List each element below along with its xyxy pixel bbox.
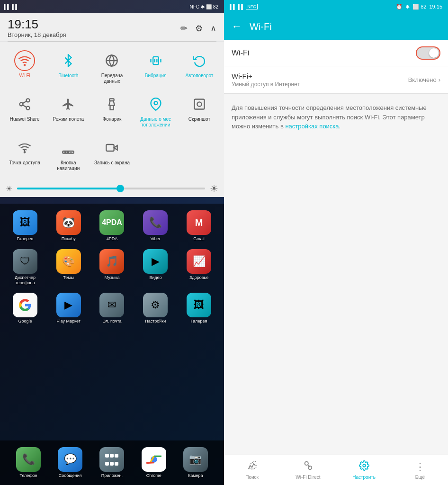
dock-icon-applist — [99, 447, 124, 472]
qs-bluetooth[interactable]: Bluetooth — [47, 46, 89, 88]
qs-flashlight[interactable]: Фонарик — [91, 90, 133, 132]
svg-point-10 — [154, 101, 157, 105]
svg-line-7 — [23, 105, 27, 108]
airplane-label: Режим полета — [53, 117, 84, 122]
left-panel: ▌▌ ▌▌ NFC ✱ ⬜ 82 19:15 Вторник, 18 декаб… — [0, 0, 224, 485]
status-right-info: ⏰ ✱ ⬜ 82 19:15 — [396, 4, 442, 10]
app-health[interactable]: 📈 Здоровье — [178, 246, 220, 288]
hotspot-icon — [14, 137, 35, 158]
bottom-nav-wifi-direct[interactable]: Wi-Fi Direct — [280, 455, 336, 485]
wifi-toggle-switch[interactable] — [416, 46, 440, 60]
wifi-plus-status: Включено › — [408, 76, 440, 83]
app-label-themes: Темы — [63, 275, 74, 280]
dock-label-phone: Телефон — [19, 473, 37, 478]
qs-data[interactable]: Передача данных — [91, 46, 133, 88]
svg-point-24 — [363, 464, 366, 467]
notif-actions[interactable]: ✏ ⚙ ∧ — [180, 23, 216, 34]
app-play[interactable]: ▶ Play Маркет — [47, 290, 90, 327]
search-settings-link[interactable]: настройках поиска — [285, 123, 339, 130]
bottom-nav-configure[interactable]: Настроить — [336, 455, 392, 485]
app-google[interactable]: Google — [4, 290, 46, 327]
more-nav-icon: ⋮ — [415, 461, 425, 473]
app-gmail[interactable]: M Gmail — [178, 207, 220, 244]
current-date: Вторник, 18 декабря — [8, 31, 66, 38]
info-section: Для повышения точности определения место… — [224, 94, 448, 455]
wifi-direct-nav-icon — [303, 460, 313, 473]
wifi-plus-title: Wi-Fi+ — [232, 72, 300, 80]
screenshot-label: Скриншот — [188, 117, 210, 122]
qs-screenrecord[interactable]: Запись с экрана — [91, 134, 133, 175]
edit-icon[interactable]: ✏ — [180, 23, 188, 34]
svg-rect-11 — [194, 99, 204, 109]
navbar-icon — [58, 137, 79, 158]
battery-right-icon: ⬜ 82 — [412, 4, 426, 10]
time-block: 19:15 Вторник, 18 декабря — [8, 18, 66, 38]
bt-label: Bluetooth — [58, 73, 78, 79]
nfc-icon: NFC — [190, 4, 200, 9]
app-video[interactable]: ▶ Видео — [134, 246, 177, 288]
app-4pda[interactable]: 4PDA 4PDA — [91, 207, 134, 244]
dock-phone[interactable]: 📞 Телефон — [15, 444, 42, 481]
settings-icon[interactable]: ⚙ — [195, 23, 203, 34]
dock-applist[interactable]: Приложен. — [99, 444, 125, 481]
dock-icon-phone: 📞 — [16, 447, 41, 472]
app-label-health: Здоровье — [189, 275, 208, 280]
signal2-right-icon: ▌▌ — [238, 4, 244, 9]
app-dispatcher[interactable]: 🛡 Диспетчер телефона — [4, 246, 46, 288]
app-email[interactable]: ✉ Эл. почта — [91, 290, 134, 327]
app-gallery[interactable]: 🖼 Галерея — [4, 207, 46, 244]
brightness-thumb — [116, 185, 124, 192]
status-left-icons-right: ▌▌ ▌▌ NFC — [230, 4, 258, 9]
app-music[interactable]: 🎵 Музыка — [91, 246, 134, 288]
qs-wifi[interactable]: Wi-Fi — [4, 46, 45, 88]
app-themes[interactable]: 🎨 Темы — [47, 246, 90, 288]
app-bar: ← Wi-Fi — [224, 13, 448, 40]
signal1-icon: ▌▌ — [4, 4, 10, 9]
data-label: Передача данных — [93, 73, 131, 84]
qs-huawei-share[interactable]: Huawei Share — [4, 90, 45, 132]
toggle-knob — [429, 48, 439, 58]
qs-screenshot[interactable]: Скриншот — [179, 90, 220, 132]
brightness-slider[interactable] — [17, 188, 205, 189]
svg-rect-3 — [153, 57, 159, 64]
dock-label-camera: Камера — [188, 473, 203, 478]
brightness-low-icon: ☀ — [6, 184, 12, 193]
wifi-plus-row[interactable]: Wi-Fi+ Умный доступ в Интернет Включено … — [224, 66, 448, 94]
info-text: Для повышения точности определения место… — [232, 103, 440, 131]
app-icon-viber: 📞 — [143, 210, 168, 235]
app-pikabu[interactable]: 🐼 Пикабу — [47, 207, 90, 244]
bottom-nav-more[interactable]: ⋮ Ещё — [392, 455, 448, 485]
back-button[interactable]: ← — [232, 20, 242, 33]
status-right-icons-left: NFC ✱ ⬜ 82 — [190, 4, 218, 9]
app-icon-gmail: M — [187, 210, 211, 235]
collapse-icon[interactable]: ∧ — [210, 23, 216, 34]
dock-label-applist: Приложен. — [101, 473, 123, 478]
dock-camera[interactable]: 📷 Камера — [182, 444, 209, 481]
qs-navbar[interactable]: Кнопка навигации — [47, 134, 89, 175]
app-icon-photos: 🖼 — [187, 293, 211, 317]
app-photos[interactable]: 🖼 Галерея — [178, 290, 220, 327]
data-icon — [101, 50, 122, 71]
app-settings-app[interactable]: ⚙ Настройки — [134, 290, 177, 327]
configure-nav-icon — [359, 460, 369, 473]
app-viber[interactable]: 📞 Viber — [134, 207, 177, 244]
nfc-right-icon: NFC — [246, 4, 258, 9]
qs-location[interactable]: Данные о мес тоположении — [135, 90, 177, 132]
qs-grid: Wi-Fi Bluetooth — [4, 46, 220, 175]
qs-hotspot[interactable]: Точка доступа — [4, 134, 45, 175]
app-icon-play: ▶ — [56, 293, 81, 317]
dock: 📞 Телефон 💬 Сообщения Приложен. — [0, 440, 224, 485]
status-bar-left: ▌▌ ▌▌ NFC ✱ ⬜ 82 — [0, 0, 224, 13]
qs-airplane[interactable]: Режим полета — [47, 90, 89, 132]
flashlight-icon — [101, 94, 122, 115]
app-icon-settings: ⚙ — [143, 293, 168, 317]
qs-vibration[interactable]: Вибрация — [135, 46, 177, 88]
signal2-icon: ▌▌ — [12, 4, 18, 9]
dock-chrome[interactable]: Chrome — [141, 444, 167, 481]
bottom-nav-search[interactable]: Поиск — [224, 455, 280, 485]
dock-sms[interactable]: 💬 Сообщения — [57, 444, 83, 481]
brightness-high-icon: ☀ — [210, 183, 218, 194]
qs-autorotate[interactable]: Автоповорот — [179, 46, 220, 88]
current-time: 19:15 — [8, 18, 66, 30]
app-label-music: Музыка — [105, 275, 120, 280]
